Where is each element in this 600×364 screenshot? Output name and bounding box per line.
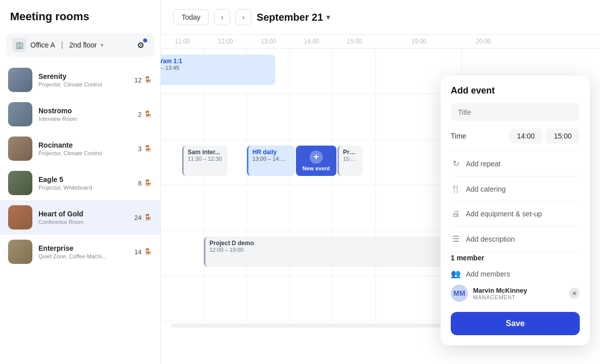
time-row: Time 14:00 15:00 (451, 128, 580, 144)
room-thumb-nostromo (8, 102, 32, 126)
event-hrdaily-title: HR daily (252, 149, 291, 156)
time-slot-1500: 15:00 (333, 38, 376, 45)
catering-label: Add catering (466, 185, 506, 193)
room-cap-enterprise: 14 🪑 (135, 248, 152, 256)
room-cap-serenity: 12 🪑 (135, 76, 152, 84)
room-item-heartofgold[interactable]: Heart of Gold Conference Room 24 🪑 (0, 200, 160, 235)
add-member-label: Add members (466, 270, 510, 278)
filter-button[interactable]: ⚙ (133, 37, 148, 53)
date-title: September 21 ▾ (256, 12, 329, 23)
divider-4 (451, 226, 580, 226)
room-name-eagle5: Eagle 5 (38, 175, 132, 184)
chair-icon-heartofgold: 🪑 (144, 213, 152, 221)
time-row-label: Time (451, 132, 506, 140)
calendar-header: Today ‹ › September 21 ▾ (161, 0, 600, 35)
member-info-marvin: Marvin McKinney MANAGEMENT (473, 287, 564, 300)
action-catering[interactable]: 🍴 Add catering (451, 178, 580, 199)
chair-icon-rocinante: 🪑 (144, 145, 152, 153)
event-tomyam-time: 10:30 – 13:45 (161, 65, 271, 71)
new-event-plus-icon: + (310, 151, 323, 164)
sidebar-title: Meeting rooms (0, 10, 160, 33)
filter-notification-dot (143, 38, 147, 42)
date-caret-icon: ▾ (326, 13, 330, 21)
member-role-marvin: MANAGEMENT (473, 294, 564, 300)
room-name-heartofgold: Heart of Gold (38, 210, 128, 218)
add-member-button[interactable]: 👥 Add members (451, 266, 580, 282)
modal-title: Add event (451, 85, 580, 96)
room-sub-enterprise: Quiet Zone, Coffee Machi... (38, 253, 119, 259)
room-capacity-heartofgold: 24 (135, 214, 142, 221)
action-description[interactable]: ☰ Add description (451, 229, 580, 249)
office-floor: 2nd floor (69, 41, 97, 49)
room-capacity-nostromo: 2 (138, 111, 142, 118)
equipment-label: Add equipment & set-up (466, 210, 542, 218)
event-saminter[interactable]: Sam inter... 11:30 – 12:30 (182, 146, 228, 176)
event-tomyam[interactable]: Tom/Yam 1:1 10:30 – 13:45 (161, 55, 275, 85)
event-tomyam-title: Tom/Yam 1:1 (161, 58, 271, 65)
divider-5 (451, 251, 580, 252)
today-button[interactable]: Today (173, 9, 209, 25)
prev-button[interactable]: ‹ (214, 9, 230, 25)
room-name-serenity: Serenity (38, 72, 128, 80)
room-name-enterprise: Enterprise (38, 244, 128, 252)
room-info-heartofgold: Heart of Gold Conference Room (38, 210, 128, 225)
members-section: 1 member 👥 Add members MM Marvin McKinne… (451, 254, 580, 305)
add-event-modal: Add event Time 14:00 15:00 ↻ Add repeat … (441, 75, 590, 345)
member-avatar-initials: MM (453, 289, 465, 297)
description-icon: ☰ (451, 234, 461, 244)
time-slot-2000: 20:00 (462, 38, 505, 45)
action-repeat[interactable]: ↻ Add repeat (451, 153, 580, 174)
event-partial[interactable]: Pr… 15:… (337, 146, 363, 176)
action-equipment[interactable]: 🖨 Add equipment & set-up (451, 204, 580, 224)
divider-3 (451, 201, 580, 202)
time-start-picker[interactable]: 14:00 (509, 128, 543, 144)
room-item-rocinante[interactable]: Rocinante Projector, Climate Control 3 🪑 (0, 131, 160, 166)
event-title-input[interactable] (451, 103, 580, 121)
office-selector[interactable]: 🏢 Office A | 2nd floor ▾ ⚙ (6, 33, 154, 57)
room-capacity-enterprise: 14 (135, 248, 142, 256)
room-item-enterprise[interactable]: Enterprise Quiet Zone, Coffee Machi... 1… (0, 235, 160, 269)
catering-icon: 🍴 (451, 184, 461, 194)
room-info-serenity: Serenity Projector, Climate Control (38, 72, 128, 87)
divider-2 (451, 176, 580, 176)
member-name-marvin: Marvin McKinney (473, 287, 564, 294)
room-thumb-heartofgold (8, 205, 32, 230)
room-item-nostromo[interactable]: Nostromo Interview Room 2 🪑 (0, 97, 160, 131)
divider-1 (451, 151, 580, 151)
event-saminter-title: Sam inter... (188, 149, 224, 156)
repeat-label: Add repeat (466, 160, 501, 168)
room-item-serenity[interactable]: Serenity Projector, Climate Control 12 🪑 (0, 63, 160, 97)
time-end-picker[interactable]: 15:00 (546, 128, 580, 144)
room-list: Serenity Projector, Climate Control 12 🪑… (0, 63, 160, 354)
time-slot-1100: 11:00 (161, 38, 204, 45)
office-name: Office A (30, 41, 55, 49)
room-cap-eagle5: 8 🪑 (138, 179, 152, 187)
event-hrdaily[interactable]: HR daily 13:00 – 14:… (247, 146, 295, 176)
room-item-eagle5[interactable]: Eagle 5 Projector, Whiteboard 8 🪑 (0, 166, 160, 200)
room-info-eagle5: Eagle 5 Projector, Whiteboard (38, 175, 132, 191)
sidebar: Meeting rooms 🏢 Office A | 2nd floor ▾ ⚙… (0, 0, 161, 364)
member-remove-marvin[interactable]: ✕ (569, 288, 580, 299)
members-count: 1 member (451, 254, 580, 262)
room-thumb-serenity (8, 68, 32, 92)
room-sub-nostromo: Interview Room (38, 116, 119, 122)
time-slot-1400: 14:00 (290, 38, 333, 45)
room-capacity-serenity: 12 (135, 76, 142, 84)
time-slot-1900: 19:00 (376, 38, 462, 45)
member-item-marvin: MM Marvin McKinney MANAGEMENT ✕ (451, 282, 580, 305)
next-button[interactable]: › (235, 9, 251, 25)
chair-icon-enterprise: 🪑 (144, 248, 152, 256)
room-cap-nostromo: 2 🪑 (138, 110, 152, 118)
time-slot-1300: 13:00 (247, 38, 290, 45)
event-newevent[interactable]: + New event (296, 146, 336, 176)
room-cap-heartofgold: 24 🪑 (135, 213, 152, 221)
office-selector-left: 🏢 Office A | 2nd floor ▾ (12, 38, 104, 52)
room-info-rocinante: Rocinante Projector, Climate Control (38, 141, 132, 156)
room-capacity-eagle5: 8 (138, 179, 142, 187)
room-cap-rocinante: 3 🪑 (138, 145, 152, 153)
room-sub-heartofgold: Conference Room (38, 219, 119, 225)
chair-icon-serenity: 🪑 (144, 76, 152, 84)
save-button[interactable]: Save (451, 312, 580, 335)
add-member-icon: 👥 (451, 269, 461, 279)
office-chevron-icon: ▾ (101, 42, 104, 49)
